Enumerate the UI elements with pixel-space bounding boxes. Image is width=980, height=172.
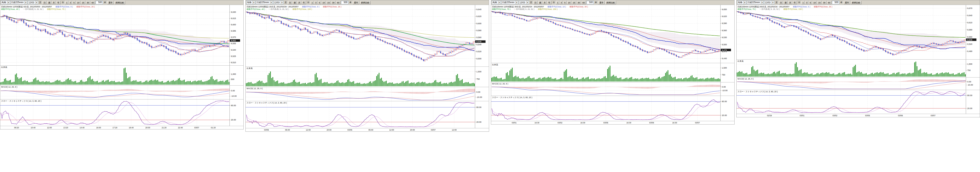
minute-button-60[interactable]: 60	[581, 1, 586, 4]
minute-button-15[interactable]: 15	[81, 1, 85, 4]
contract-month-select[interactable]: 12/03 ▼	[764, 1, 774, 4]
minute-button-15[interactable]: 15	[571, 1, 576, 4]
minute-button-5[interactable]: 5	[808, 1, 812, 4]
stochastics-pane[interactable]: スロー・ストキャスティクス( 14, 3, 80, 20 ) 80.0020.0…	[0, 100, 243, 126]
contract-month-select[interactable]: 12/03 ▼	[274, 1, 283, 4]
normal-view-button[interactable]: 通常	[107, 1, 114, 4]
period-button-月[interactable]: 月	[297, 1, 302, 4]
minute-button-10[interactable]: 10	[567, 1, 571, 4]
price-chart[interactable]: 9,6509,6209,5909,5609,5309,5009,4709,440…	[491, 5, 734, 63]
volume-chart[interactable]: 1,000500	[0, 66, 243, 85]
normal-view-button[interactable]: 通常	[353, 1, 359, 4]
bar-count-input[interactable]: 500	[832, 1, 839, 4]
bar-count-input[interactable]: 500	[341, 1, 348, 4]
stochastics-pane[interactable]: スロー・ストキャスティクス( 14, 3, 80, 20 ) 80.0020.0…	[737, 90, 980, 114]
category-select[interactable]: 先物 ▼	[492, 1, 501, 4]
price-chart[interactable]: 9,6409,6209,6009,5809,5609,5409,5209,500…	[246, 5, 489, 66]
volume-pane[interactable]: 出来高 1,500750	[491, 63, 734, 82]
minute-button-5[interactable]: 5	[72, 1, 76, 4]
volume-pane[interactable]: 出来高 1,500750	[737, 59, 980, 77]
volume-pane[interactable]: 出来高 1,500750	[246, 67, 489, 87]
minute-button-10[interactable]: 10	[812, 1, 817, 4]
contract-month-select[interactable]: 12/03 ▼	[28, 1, 38, 4]
stochastics-chart[interactable]: 80.0020.00	[737, 90, 980, 114]
minute-button-15[interactable]: 15	[326, 1, 331, 4]
stochastics-chart[interactable]: 80.0020.00	[0, 100, 243, 126]
contract-month-select[interactable]: 12/03 ▼	[519, 1, 529, 4]
symbol-select[interactable]: 日経225mini ▼	[11, 1, 27, 4]
minute-button-1[interactable]: 1	[556, 1, 559, 4]
macd-pane[interactable]: MACD( 12, 26, 9 ) 0.00-10.00	[491, 82, 734, 96]
category-select[interactable]: 先物 ▼	[1, 1, 10, 4]
minute-button-3[interactable]: 3	[68, 1, 72, 4]
period-button-週[interactable]: 週	[783, 1, 788, 4]
minute-button-30[interactable]: 30	[86, 1, 90, 4]
period-button-月[interactable]: 月	[788, 1, 792, 4]
macd-chart[interactable]: 0.00-10.00	[246, 87, 489, 101]
minute-button-30[interactable]: 30	[331, 1, 336, 4]
minute-button-30[interactable]: 30	[576, 1, 581, 4]
period-button-年[interactable]: 年	[56, 1, 60, 4]
volume-chart[interactable]: 1,500750	[737, 59, 980, 77]
symbol-select[interactable]: 日経225mini ▼	[501, 1, 518, 4]
price-pane[interactable]: 日経225mini 12/03(期近) 15分足, 2012/02/29 - 2…	[246, 5, 489, 67]
minute-button-10[interactable]: 10	[321, 1, 326, 4]
minute-button-5[interactable]: 5	[318, 1, 321, 4]
price-chart[interactable]: 9,6709,6409,6109,5809,5509,5209,4909,538	[737, 5, 980, 59]
macd-pane[interactable]: MACD( 12, 26, 9 ) 0.00-10.00	[246, 87, 489, 101]
symbol-compare-button[interactable]: 銘柄比較	[115, 1, 125, 4]
period-button-日[interactable]: 日	[43, 1, 47, 4]
volume-chart[interactable]: 1,500750	[491, 63, 734, 82]
period-button-週[interactable]: 週	[47, 1, 51, 4]
price-pane[interactable]: 日経225mini 12/03(期近) 5分足, 2012/03/03 - 20…	[0, 5, 243, 66]
period-button-月[interactable]: 月	[542, 1, 547, 4]
symbol-compare-button[interactable]: 銘柄比較	[360, 1, 371, 4]
price-pane[interactable]: 日経225mini 12/03(期近) 30分足, 2012/02/24 - 2…	[491, 5, 734, 63]
macd-pane[interactable]: MACD( 12, 26, 9 ) 0.00-10.00	[737, 77, 980, 90]
stochastics-chart[interactable]: 80.0020.00	[491, 96, 734, 121]
price-chart[interactable]: 9,6309,6159,6009,5859,5709,5559,5409,525…	[0, 5, 243, 65]
period-button-年[interactable]: 年	[792, 1, 797, 4]
stochastics-chart[interactable]: 80.0020.00	[246, 101, 489, 128]
minute-button-5[interactable]: 5	[563, 1, 566, 4]
minute-button-10[interactable]: 10	[76, 1, 81, 4]
minute-button-1[interactable]: 1	[802, 1, 805, 4]
symbol-compare-button[interactable]: 銘柄比較	[605, 1, 616, 4]
period-button-月[interactable]: 月	[52, 1, 56, 4]
category-select[interactable]: 先物 ▼	[247, 1, 255, 4]
stochastics-pane[interactable]: スロー・ストキャスティクス( 14, 3, 80, 20 ) 80.0020.0…	[246, 101, 489, 128]
volume-chart[interactable]: 1,500750	[246, 67, 489, 87]
minute-button-60[interactable]: 60	[827, 1, 832, 4]
minute-button-3[interactable]: 3	[314, 1, 317, 4]
period-button-年[interactable]: 年	[302, 1, 306, 4]
minute-button-60[interactable]: 60	[336, 1, 340, 4]
symbol-select[interactable]: 日経225mini ▼	[256, 1, 273, 4]
symbol-select[interactable]: 日経225mini ▼	[747, 1, 764, 4]
normal-view-button[interactable]: 通常	[844, 1, 850, 4]
minute-button-1[interactable]: 1	[310, 1, 314, 4]
macd-pane[interactable]: MACD( 12, 26, 9 ) 0.00-10.00	[0, 85, 243, 100]
period-button-週[interactable]: 週	[538, 1, 542, 4]
minute-button-30[interactable]: 30	[822, 1, 827, 4]
bar-count-input[interactable]: 500	[587, 1, 594, 4]
macd-chart[interactable]: 0.00-10.00	[491, 82, 734, 96]
period-button-年[interactable]: 年	[547, 1, 552, 4]
normal-view-button[interactable]: 通常	[598, 1, 605, 4]
period-button-週[interactable]: 週	[293, 1, 297, 4]
minute-button-15[interactable]: 15	[817, 1, 822, 4]
macd-chart[interactable]: 0.00-10.00	[737, 77, 980, 90]
period-button-日[interactable]: 日	[533, 1, 538, 4]
bar-count-input[interactable]: 500	[95, 1, 103, 4]
price-pane[interactable]: 日経225mini 12/03(期近) 60分足, 2012/02/16 - 2…	[737, 5, 980, 59]
stochastics-pane[interactable]: スロー・ストキャスティクス( 14, 3, 80, 20 ) 80.0020.0…	[491, 96, 734, 121]
minute-button-1[interactable]: 1	[65, 1, 68, 4]
minute-button-3[interactable]: 3	[560, 1, 563, 4]
period-button-日[interactable]: 日	[779, 1, 783, 4]
symbol-compare-button[interactable]: 銘柄比較	[851, 1, 862, 4]
minute-button-60[interactable]: 60	[91, 1, 95, 4]
volume-pane[interactable]: 出来高 1,000500	[0, 66, 243, 85]
minute-button-3[interactable]: 3	[805, 1, 808, 4]
category-select[interactable]: 先物 ▼	[737, 1, 746, 4]
macd-chart[interactable]: 0.00-10.00	[0, 85, 243, 99]
period-button-日[interactable]: 日	[288, 1, 293, 4]
